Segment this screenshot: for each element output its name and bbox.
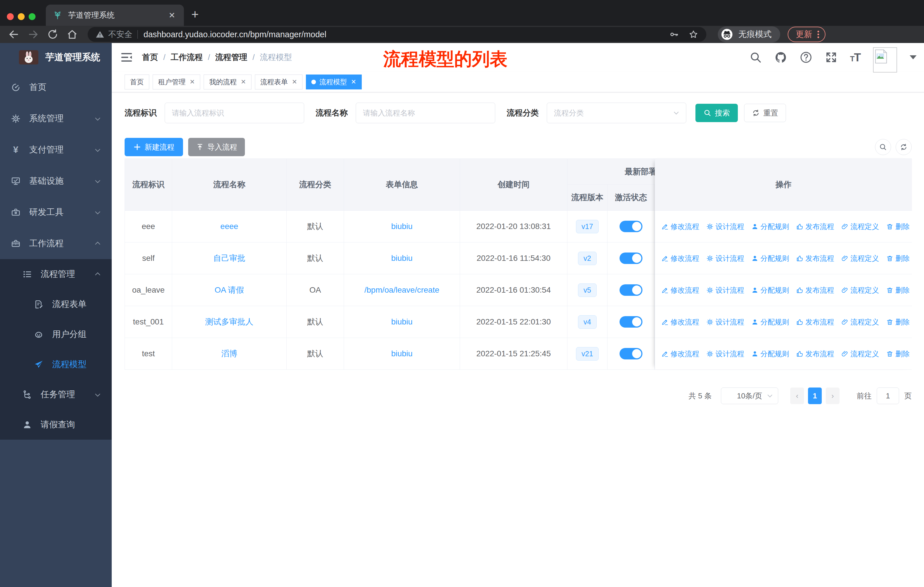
- tag-租户管理[interactable]: 租户管理✕: [153, 74, 200, 89]
- version-badge[interactable]: v21: [576, 347, 598, 360]
- action-删除[interactable]: 删除: [886, 286, 910, 295]
- process-category-select[interactable]: 流程分类: [547, 103, 686, 123]
- zoom-window-button[interactable]: [29, 13, 36, 20]
- page-number-button[interactable]: 1: [808, 387, 822, 404]
- reload-icon[interactable]: [47, 29, 58, 40]
- tag-close-icon[interactable]: ✕: [351, 78, 356, 86]
- search-icon[interactable]: [749, 51, 762, 64]
- action-分配规则[interactable]: 分配规则: [751, 317, 789, 327]
- action-分配规则[interactable]: 分配规则: [751, 286, 789, 295]
- version-badge[interactable]: v4: [578, 315, 596, 329]
- action-发布流程[interactable]: 发布流程: [796, 286, 834, 295]
- action-设计流程[interactable]: 设计流程: [706, 349, 744, 359]
- name-cell[interactable]: OA 请假: [172, 274, 287, 306]
- minimize-window-button[interactable]: [18, 13, 25, 20]
- action-分配规则[interactable]: 分配规则: [751, 349, 789, 359]
- sidebar-item-workflow[interactable]: 工作流程: [0, 228, 112, 259]
- tag-首页[interactable]: 首页: [125, 74, 149, 89]
- active-toggle[interactable]: [620, 316, 642, 327]
- close-window-button[interactable]: [7, 13, 14, 20]
- address-bar[interactable]: 不安全 dashboard.yudao.iocoder.cn/bpm/manag…: [87, 27, 706, 42]
- sidebar-item-process-form[interactable]: 流程表单: [0, 289, 112, 319]
- name-cell[interactable]: 测试多审批人: [172, 306, 287, 337]
- sidebar-item-infrastructure[interactable]: 基础设施: [0, 165, 112, 197]
- action-设计流程[interactable]: 设计流程: [706, 317, 744, 327]
- page-size-select[interactable]: 10条/页: [721, 387, 778, 404]
- home-icon[interactable]: [66, 29, 78, 40]
- sidebar-item-user-group[interactable]: 用户分组: [0, 319, 112, 349]
- toggle-search-button[interactable]: [875, 139, 891, 155]
- action-发布流程[interactable]: 发布流程: [796, 317, 834, 327]
- active-toggle[interactable]: [620, 348, 642, 359]
- action-修改流程[interactable]: 修改流程: [662, 286, 699, 295]
- new-tab-button[interactable]: +: [191, 8, 199, 21]
- tag-我的流程[interactable]: 我的流程✕: [204, 74, 251, 89]
- action-发布流程[interactable]: 发布流程: [796, 254, 834, 263]
- name-cell[interactable]: eeee: [172, 211, 287, 242]
- action-设计流程[interactable]: 设计流程: [706, 286, 744, 295]
- prev-page-button[interactable]: ‹: [790, 387, 804, 404]
- key-icon[interactable]: [669, 30, 679, 39]
- sidebar-item-devtools[interactable]: 研发工具: [0, 197, 112, 228]
- reset-button[interactable]: 重置: [744, 104, 786, 122]
- sidebar-item-payment[interactable]: ¥支付管理: [0, 134, 112, 165]
- action-分配规则[interactable]: 分配规则: [751, 222, 789, 231]
- action-流程定义[interactable]: 流程定义: [841, 317, 879, 327]
- forward-icon[interactable]: [28, 29, 39, 40]
- action-流程定义[interactable]: 流程定义: [841, 349, 879, 359]
- action-修改流程[interactable]: 修改流程: [662, 317, 699, 327]
- tag-流程模型[interactable]: 流程模型✕: [306, 74, 361, 89]
- breadcrumb-item[interactable]: 首页: [142, 52, 158, 63]
- fullscreen-icon[interactable]: [825, 51, 838, 64]
- form-cell[interactable]: biubiu: [344, 243, 460, 274]
- version-badge[interactable]: v2: [578, 251, 596, 265]
- url-text[interactable]: dashboard.yudao.iocoder.cn/bpm/manager/m…: [144, 30, 659, 39]
- form-cell[interactable]: biubiu: [344, 338, 460, 369]
- next-page-button[interactable]: ›: [826, 387, 840, 404]
- bookmark-star-icon[interactable]: [688, 30, 698, 39]
- action-设计流程[interactable]: 设计流程: [706, 254, 744, 263]
- update-button[interactable]: 更新: [788, 26, 825, 42]
- action-发布流程[interactable]: 发布流程: [796, 222, 834, 231]
- font-size-icon[interactable]: TT: [850, 51, 860, 64]
- action-流程定义[interactable]: 流程定义: [841, 286, 879, 295]
- goto-page-input[interactable]: [877, 387, 899, 404]
- action-流程定义[interactable]: 流程定义: [841, 222, 879, 231]
- action-修改流程[interactable]: 修改流程: [662, 349, 699, 359]
- action-删除[interactable]: 删除: [886, 254, 910, 263]
- action-删除[interactable]: 删除: [886, 317, 910, 327]
- breadcrumb-item[interactable]: 流程管理: [215, 52, 248, 63]
- breadcrumb-item[interactable]: 工作流程: [171, 52, 203, 63]
- sidebar-item-process-manage[interactable]: 流程管理: [0, 259, 112, 289]
- user-avatar[interactable]: [873, 47, 897, 73]
- version-badge[interactable]: v5: [578, 283, 596, 297]
- action-流程定义[interactable]: 流程定义: [841, 254, 879, 263]
- form-cell[interactable]: biubiu: [344, 306, 460, 337]
- name-cell[interactable]: 自己审批: [172, 243, 287, 274]
- action-修改流程[interactable]: 修改流程: [662, 222, 699, 231]
- tag-close-icon[interactable]: ✕: [241, 78, 246, 86]
- action-分配规则[interactable]: 分配规则: [751, 254, 789, 263]
- tag-close-icon[interactable]: ✕: [190, 78, 195, 86]
- action-删除[interactable]: 删除: [886, 349, 910, 359]
- refresh-table-button[interactable]: [896, 139, 912, 155]
- sidebar-logo[interactable]: 芋道管理系统: [0, 43, 112, 72]
- help-icon[interactable]: [800, 51, 812, 64]
- sidebar-item-leave-query[interactable]: 请假查询: [0, 410, 112, 440]
- action-设计流程[interactable]: 设计流程: [706, 222, 744, 231]
- tab-close-icon[interactable]: ✕: [167, 11, 177, 20]
- user-menu-caret-icon[interactable]: [910, 55, 917, 60]
- breadcrumb-item[interactable]: 流程模型: [260, 52, 292, 63]
- form-cell[interactable]: biubiu: [344, 211, 460, 242]
- browser-menu-icon[interactable]: [817, 30, 819, 39]
- sidebar-item-home[interactable]: 首页: [0, 72, 112, 103]
- process-key-input[interactable]: [165, 103, 304, 123]
- name-cell[interactable]: 滔博: [172, 338, 287, 369]
- sidebar-item-task-manage[interactable]: 任务管理: [0, 379, 112, 410]
- sidebar-item-process-model[interactable]: 流程模型: [0, 349, 112, 379]
- create-process-button[interactable]: 新建流程: [125, 138, 183, 156]
- tag-流程表单[interactable]: 流程表单✕: [255, 74, 302, 89]
- process-name-input[interactable]: [356, 103, 495, 123]
- active-toggle[interactable]: [620, 253, 642, 264]
- action-发布流程[interactable]: 发布流程: [796, 349, 834, 359]
